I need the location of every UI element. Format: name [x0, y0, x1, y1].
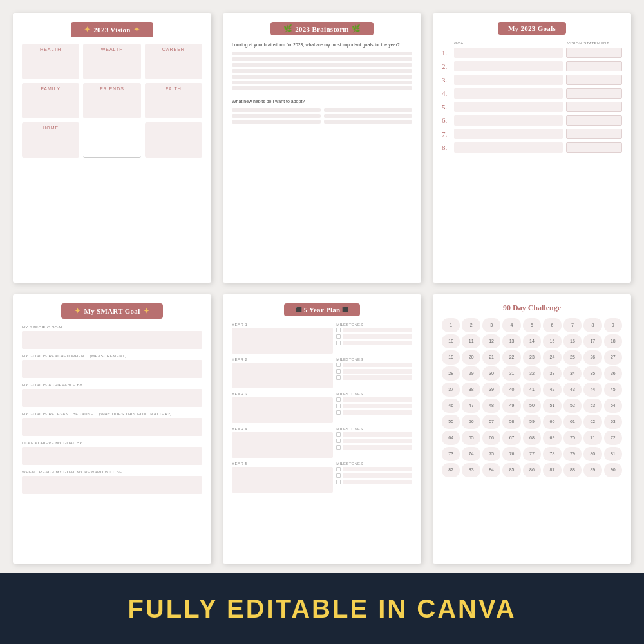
year-row-3: YEAR 3 MILESTONES: [232, 392, 412, 423]
check-icon: [336, 439, 341, 443]
milestone-1-3: [336, 341, 412, 345]
goal-num-6: 6.: [442, 117, 451, 124]
leaf-icon-right: 🌿: [352, 24, 361, 33]
smart-section-3: MY GOAL IS RELEVANT BECAUSE... (WHY DOES…: [22, 412, 202, 436]
career-label: CAREER: [162, 47, 185, 52]
year-main-2: YEAR 2: [232, 357, 333, 388]
smart-star-left: ✦: [74, 306, 81, 316]
challenge-cell-83: 83: [462, 463, 480, 477]
challenge-cell-12: 12: [482, 334, 500, 348]
milestone-bar: [343, 375, 412, 380]
challenge-cell-8: 8: [583, 318, 601, 332]
brainstorm-line1: [232, 52, 412, 55]
vision-cell-health: HEALTH: [22, 44, 79, 79]
milestone-label-5: MILESTONES: [336, 462, 412, 466]
brainstorm-line3: [232, 63, 412, 67]
goals-row-8: 8.: [442, 142, 622, 153]
goal-box-main-6: [454, 115, 563, 126]
page-yearplan: ⬛ 5 Year Plan ⬛ YEAR 1 MILESTONES: [223, 294, 421, 564]
brainstorm-col1-line2: [232, 114, 321, 118]
yearplan-banner: ⬛ 5 Year Plan ⬛: [284, 303, 359, 316]
check-icon: [336, 404, 341, 408]
challenge-cell-45: 45: [604, 383, 622, 397]
challenge-cell-9: 9: [604, 318, 622, 332]
milestone-bar: [343, 363, 412, 367]
vision-cell-faith: FAITH: [145, 83, 202, 118]
vision-banner: ✦ 2023 Vision ✦: [71, 22, 153, 37]
check-icon: [336, 397, 341, 402]
check-icon: [336, 410, 341, 415]
brainstorm-two-col: [232, 108, 412, 126]
milestone-3-2: [336, 404, 412, 408]
challenge-cell-15: 15: [543, 334, 561, 348]
year-label-2: YEAR 2: [232, 357, 333, 361]
smart-box-1: [22, 360, 202, 378]
goals-header: GOAL VISION STATEMENT: [442, 41, 622, 45]
check-icon: [336, 328, 341, 332]
challenge-cell-47: 47: [462, 399, 480, 413]
challenge-cell-13: 13: [502, 334, 520, 348]
goals-col2-label: VISION STATEMENT: [567, 41, 622, 45]
year-box-2: [232, 363, 333, 388]
milestone-3-1: [336, 397, 412, 402]
brainstorm-col1-line3: [232, 120, 321, 124]
challenge-cell-79: 79: [564, 447, 582, 461]
goal-box-small-8: [566, 142, 622, 153]
challenge-cell-21: 21: [482, 350, 500, 365]
milestone-1-1: [336, 328, 412, 332]
challenge-cell-67: 67: [502, 431, 520, 445]
challenge-cell-65: 65: [462, 431, 480, 445]
challenge-cell-89: 89: [583, 463, 601, 477]
family-label: FAMILY: [41, 86, 60, 91]
page-smart: ✦ My SMART Goal ✦ MY SPECIFIC GOAL MY GO…: [13, 294, 211, 564]
yearplan-title: 5 Year Plan: [303, 306, 340, 314]
bottom-banner: FULLY EDITABLE IN CANVA: [0, 573, 644, 644]
challenge-cell-85: 85: [502, 463, 520, 477]
challenge-cell-53: 53: [583, 399, 601, 413]
year-row-5: YEAR 5 MILESTONES: [232, 462, 412, 493]
milestone-bar: [343, 432, 412, 437]
challenge-cell-46: 46: [442, 399, 460, 413]
challenge-cell-63: 63: [604, 415, 622, 429]
smart-banner: ✦ My SMART Goal ✦: [61, 303, 162, 319]
challenge-cell-30: 30: [482, 366, 500, 381]
challenge-cell-27: 27: [604, 350, 622, 365]
check-icon: [336, 369, 341, 374]
check-icon: [336, 363, 341, 367]
star-icon-left: ✦: [84, 24, 91, 35]
milestone-bar: [343, 397, 412, 402]
milestone-2-2: [336, 369, 412, 374]
goal-box-main-8: [454, 142, 563, 153]
check-icon: [336, 432, 341, 437]
goals-banner: My 2023 Goals: [498, 22, 566, 35]
challenge-cell-26: 26: [583, 350, 601, 365]
challenge-cell-49: 49: [502, 399, 520, 413]
brainstorm-line7: [232, 86, 412, 90]
goal-box-main-4: [454, 88, 563, 99]
goal-num-4: 4.: [442, 90, 451, 97]
smart-section-0: MY SPECIFIC GOAL: [22, 325, 202, 349]
challenge-cell-41: 41: [523, 383, 541, 397]
pages-grid: ✦ 2023 Vision ✦ HEALTH WEALTH CAREER FAM…: [0, 0, 644, 573]
smart-label-3: MY GOAL IS RELEVANT BECAUSE... (WHY DOES…: [22, 412, 202, 416]
year-label-1: YEAR 1: [232, 323, 333, 327]
year-box-4: [232, 432, 333, 458]
challenge-cell-57: 57: [482, 415, 500, 429]
challenge-grid: 1234567891011121314151617181920212223242…: [442, 318, 622, 477]
check-icon: [336, 445, 341, 450]
milestone-label-4: MILESTONES: [336, 427, 412, 431]
challenge-cell-44: 44: [583, 383, 601, 397]
goal-num-3: 3.: [442, 76, 451, 84]
smart-section-5: WHEN I REACH MY GOAL MY REWARD WILL BE..…: [22, 470, 202, 494]
vision-cell-empty: [145, 122, 202, 158]
goal-box-small-1: [566, 48, 622, 58]
faith-label: FAITH: [166, 86, 182, 91]
milestone-bar: [343, 473, 412, 478]
brainstorm-line2: [232, 57, 412, 61]
challenge-cell-43: 43: [564, 383, 582, 397]
smart-label-0: MY SPECIFIC GOAL: [22, 325, 202, 329]
challenge-cell-74: 74: [462, 447, 480, 461]
year-main-3: YEAR 3: [232, 392, 333, 423]
year-milestones-3: MILESTONES: [336, 392, 412, 417]
vision-cell-friends: FRIENDS: [83, 83, 140, 118]
